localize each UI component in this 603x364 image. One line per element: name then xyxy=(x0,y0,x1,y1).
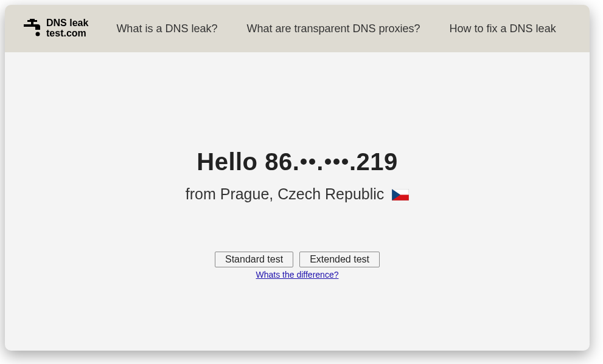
location-text: Prague, Czech Republic xyxy=(220,185,385,202)
standard-test-button[interactable]: Standard test xyxy=(215,252,293,267)
main-content: Hello 86...219 from Prague, Czech Republ… xyxy=(5,52,590,280)
svg-rect-2 xyxy=(31,21,33,24)
nav-what-is-dns-leak[interactable]: What is a DNS leak? xyxy=(116,22,217,35)
nav-transparent-proxies[interactable]: What are transparent DNS proxies? xyxy=(246,22,420,35)
nav-how-to-fix[interactable]: How to fix a DNS leak xyxy=(450,22,556,35)
masked-dot-icon xyxy=(301,159,307,165)
logo-line1: DNS leak xyxy=(46,18,88,29)
svg-point-3 xyxy=(36,32,40,36)
ip-separator: . xyxy=(316,148,324,175)
from-prefix: from xyxy=(186,185,220,202)
flag-czech-republic-icon xyxy=(392,187,409,204)
header-bar: DNS leak test.com What is a DNS leak? Wh… xyxy=(5,5,590,52)
ip-octet-last: .219 xyxy=(349,148,398,175)
masked-dot-icon xyxy=(342,159,348,165)
hello-prefix: Hello xyxy=(197,148,265,175)
logo-text: DNS leak test.com xyxy=(46,18,88,39)
masked-dot-icon xyxy=(333,159,340,165)
masked-dot-icon xyxy=(325,159,331,165)
ip-octet-1: 86. xyxy=(265,148,299,175)
nav-links: What is a DNS leak? What are transparent… xyxy=(116,22,556,35)
masked-dot-icon xyxy=(309,159,315,165)
extended-test-button[interactable]: Extended test xyxy=(299,252,380,267)
location-line: from Prague, Czech Republic xyxy=(5,185,590,204)
site-logo[interactable]: DNS leak test.com xyxy=(22,17,88,40)
whats-the-difference-link[interactable]: Whats the difference? xyxy=(5,270,590,280)
faucet-icon xyxy=(22,17,43,40)
page-card: DNS leak test.com What is a DNS leak? Wh… xyxy=(5,5,590,351)
logo-line2: test.com xyxy=(46,29,88,39)
ip-heading: Hello 86...219 xyxy=(5,148,590,176)
test-buttons-row: Standard test Extended test xyxy=(5,252,590,267)
